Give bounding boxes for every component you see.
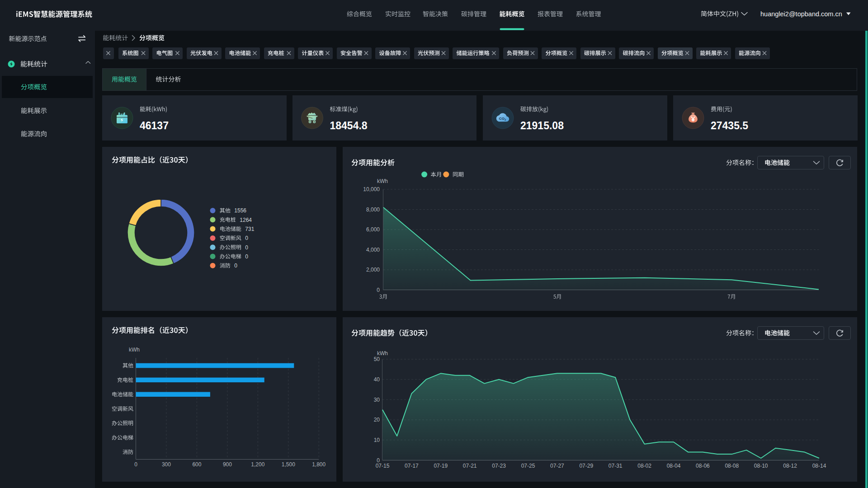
svg-text:07-19: 07-19 [434, 463, 448, 469]
svg-text:07-29: 07-29 [579, 463, 593, 469]
svg-text:0: 0 [245, 253, 248, 260]
svg-text:1264: 1264 [240, 217, 252, 223]
svg-text:08-04: 08-04 [667, 463, 681, 469]
svg-text:1,200: 1,200 [251, 461, 264, 468]
svg-text:27435.5: 27435.5 [711, 120, 748, 131]
svg-text:huanglei2@topband.com.cn: huanglei2@topband.com.cn [760, 10, 842, 18]
svg-text:08-06: 08-06 [696, 463, 710, 469]
svg-text:10,000: 10,000 [363, 186, 380, 192]
svg-text:900: 900 [223, 461, 232, 468]
svg-text:731: 731 [245, 226, 254, 232]
svg-text:0: 0 [377, 287, 380, 293]
svg-text:0: 0 [245, 244, 248, 251]
svg-text:50: 50 [374, 356, 380, 362]
svg-text:08-10: 08-10 [754, 463, 768, 469]
svg-text:1,500: 1,500 [282, 461, 295, 468]
svg-text:08-14: 08-14 [812, 463, 826, 469]
svg-text:46137: 46137 [140, 120, 169, 131]
svg-text:0: 0 [234, 263, 237, 269]
svg-text:0: 0 [134, 461, 137, 468]
svg-text:10: 10 [374, 437, 380, 443]
svg-text:2,000: 2,000 [366, 267, 380, 273]
svg-text:18454.8: 18454.8 [330, 120, 368, 131]
svg-text:07-23: 07-23 [492, 463, 506, 469]
svg-text:40: 40 [374, 376, 380, 383]
svg-text:07-27: 07-27 [550, 463, 564, 469]
svg-text:kWh: kWh [129, 347, 140, 353]
svg-text:kWh: kWh [377, 350, 388, 357]
svg-text:600: 600 [192, 461, 201, 468]
svg-text:07-31: 07-31 [609, 463, 623, 469]
svg-text:08-12: 08-12 [783, 463, 797, 469]
svg-text:8,000: 8,000 [366, 206, 380, 213]
svg-text:07-15: 07-15 [376, 463, 390, 469]
svg-text:4,000: 4,000 [366, 247, 380, 253]
svg-text:08-08: 08-08 [725, 463, 739, 469]
svg-text:07-21: 07-21 [463, 463, 477, 469]
svg-text:0: 0 [245, 235, 248, 241]
svg-text:20: 20 [374, 417, 380, 423]
svg-text:07-25: 07-25 [521, 463, 535, 469]
svg-text:08-02: 08-02 [637, 463, 651, 469]
svg-text:07-17: 07-17 [405, 463, 419, 469]
svg-text:300: 300 [162, 461, 171, 468]
svg-text:1556: 1556 [234, 207, 246, 214]
svg-text:6,000: 6,000 [366, 226, 380, 233]
svg-text:kWh: kWh [377, 178, 388, 184]
svg-text:21915.08: 21915.08 [520, 120, 564, 131]
svg-text:30: 30 [374, 397, 380, 403]
svg-text:1,800: 1,800 [312, 461, 326, 468]
